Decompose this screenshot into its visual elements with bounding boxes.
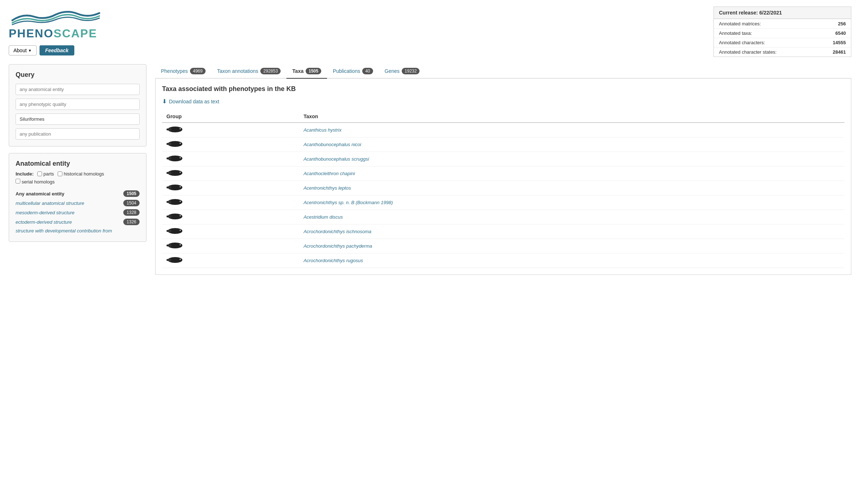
logo-waves-icon [9,7,103,25]
table-row: Acrochordonichthys pachyderma [162,239,844,253]
feedback-button[interactable]: Feedback [40,45,75,55]
download-label: Download data as text [169,99,219,104]
taxon-link[interactable]: Acestridium discus [303,214,343,220]
anat-item-count: 1328 [123,209,140,216]
col-group-header: Group [162,111,299,123]
anat-item-count: 1505 [123,190,140,197]
taxon-group-cell [162,195,299,210]
table-row: Acrochordonichthys rugosus [162,253,844,268]
tab-genes[interactable]: Genes 19232 [379,64,426,79]
anatomical-entity-title: Anatomical entity [16,160,140,168]
taxon-link[interactable]: Acanthobunocephalus scruggsi [303,156,369,162]
taxon-link[interactable]: Acanthicus hystrix [303,127,342,133]
serial-checkbox-label[interactable]: serial homologs [16,179,55,185]
anat-item-count: 1326 [123,219,140,225]
taxon-link[interactable]: Acentronichthys sp. n. B (Bockmann 1998) [303,200,393,205]
download-icon: ⬇ [162,98,167,105]
taxon-name-cell: Acestridium discus [299,210,844,224]
results-panel: Taxa associated with phenotypes in the K… [155,79,851,275]
logo-area: PHENOSCAPE About ▼ Feedback [9,7,103,55]
table-row: Acentronichthys sp. n. B (Bockmann 1998) [162,195,844,210]
historical-checkbox[interactable] [58,172,62,176]
phenotypic-quality-input[interactable] [16,99,140,110]
svg-point-5 [180,157,181,158]
include-options-row: Include: parts historical homologs [16,171,140,177]
taxon-group-cell [162,210,299,224]
historical-label: historical homologs [64,171,104,177]
taxon-link[interactable]: Acrochordonichthys rugosus [303,258,363,263]
results-title: Taxa associated with phenotypes in the K… [162,85,844,93]
taxon-group-cell [162,123,299,137]
publication-input[interactable] [16,128,140,140]
taxon-input[interactable] [16,113,140,125]
taxon-name-cell: Acrochordonichthys pachyderma [299,239,844,253]
about-button[interactable]: About ▼ [9,45,37,55]
anatomical-entity-section: Anatomical entity Include: parts histori… [9,153,146,242]
taxon-link[interactable]: Acanthobunocephalus nicoi [303,142,361,147]
anatomical-entity-list: Any anatomical entity1505multicellular a… [16,189,140,235]
tab-badge-genes: 19232 [402,68,419,74]
tab-label-taxa: Taxa [292,68,303,74]
anat-item-link[interactable]: ectoderm-derived structure [16,219,72,225]
tab-label-publications: Publications [333,68,360,74]
svg-point-9 [180,186,181,187]
tabs-bar: Phenotypes 4969Taxon annotations 292853T… [155,64,851,79]
anatomical-entity-input[interactable] [16,84,140,95]
tab-badge-phenotypes: 4969 [190,68,206,74]
tab-label-phenotypes: Phenotypes [161,68,188,74]
nav-buttons: About ▼ Feedback [9,45,74,55]
taxon-name-cell: Acanthocleithron chapini [299,166,844,181]
parts-checkbox-label[interactable]: parts [37,171,54,177]
svg-point-17 [180,244,181,245]
anat-list-item[interactable]: multicellular anatomical structure1504 [16,198,140,208]
sidebar: Query Anatomical entity Include: parts h… [9,64,146,275]
taxon-link[interactable]: Acentronichthys leptos [303,185,351,191]
anat-list-item[interactable]: structure with developmental contributio… [16,227,140,235]
taxon-group-cell [162,166,299,181]
main-content: Query Anatomical entity Include: parts h… [0,61,860,278]
serial-homologs-row: serial homologs [16,179,140,185]
taxon-name-cell: Acrochordonichthys ischnosoma [299,224,844,239]
tab-badge-taxon-annotations: 292853 [260,68,281,74]
query-title: Query [16,71,140,79]
app-title: PHENOSCAPE [9,27,97,40]
svg-point-7 [180,172,181,173]
taxon-link[interactable]: Acanthocleithron chapini [303,171,355,176]
taxon-name-cell: Acentronichthys sp. n. B (Bockmann 1998) [299,195,844,210]
table-row: Acanthobunocephalus nicoi [162,137,844,152]
serial-checkbox[interactable] [16,179,20,183]
svg-point-11 [180,201,181,202]
svg-point-19 [180,259,181,260]
serial-label: serial homologs [22,179,55,185]
historical-checkbox-label[interactable]: historical homologs [58,171,104,177]
tab-taxa[interactable]: Taxa 1505 [286,64,327,79]
anat-item-count: 1504 [123,200,140,206]
parts-checkbox[interactable] [37,172,42,176]
header: PHENOSCAPE About ▼ Feedback Current rele… [0,0,860,61]
release-info-box: Current release: 6/22/2021 Annotated mat… [714,7,851,57]
taxon-group-cell [162,181,299,195]
download-link[interactable]: ⬇ Download data as text [162,98,219,105]
svg-point-13 [180,215,181,216]
anat-item-link[interactable]: structure with developmental contributio… [16,228,112,234]
tab-label-genes: Genes [385,68,400,74]
anat-list-item[interactable]: ectoderm-derived structure1326 [16,217,140,227]
parts-label: parts [44,171,54,177]
tab-phenotypes[interactable]: Phenotypes 4969 [155,64,211,79]
anat-item-link[interactable]: mesoderm-derived structure [16,210,75,215]
taxon-link[interactable]: Acrochordonichthys ischnosoma [303,229,371,234]
taxon-name-cell: Acrochordonichthys rugosus [299,253,844,268]
content-area: Phenotypes 4969Taxon annotations 292853T… [146,64,851,275]
tab-badge-publications: 40 [362,68,373,74]
tab-taxon-annotations[interactable]: Taxon annotations 292853 [211,64,287,79]
tab-label-taxon-annotations: Taxon annotations [217,68,259,74]
taxon-name-cell: Acanthobunocephalus nicoi [299,137,844,152]
taxon-link[interactable]: Acrochordonichthys pachyderma [303,243,372,249]
tab-publications[interactable]: Publications 40 [327,64,379,79]
anat-item-link[interactable]: multicellular anatomical structure [16,201,84,206]
about-label: About [13,47,27,53]
anat-list-item: Any anatomical entity1505 [16,189,140,198]
release-stats-table: Annotated matrices:256Annotated taxa:654… [714,19,851,57]
table-row: Acanthocleithron chapini [162,166,844,181]
anat-list-item[interactable]: mesoderm-derived structure1328 [16,208,140,217]
